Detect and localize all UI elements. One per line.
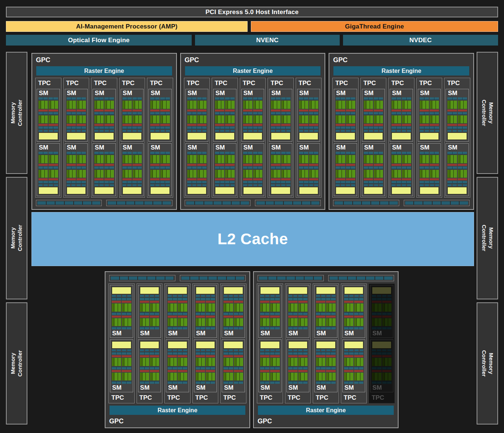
sm-dash-segment [402,184,406,186]
sm-red-bar [346,110,355,111]
green-core-stripe-bright [332,303,336,312]
green-core-stripe-bright [350,303,353,312]
green-core-stripe-bright [221,101,225,109]
teal-bar-segment [187,181,192,183]
green-core-stripe-dark [382,358,384,366]
green-core-stripe-bright [315,115,319,124]
teal-bar-segment [392,181,396,183]
sm-red-bar [372,355,381,357]
sm-teal-bar [402,167,411,169]
sm-dash-segment [201,295,205,297]
sm-teal-bar [132,152,142,154]
teal-bar-segment [117,367,121,369]
sm-dash-row [38,130,58,132]
sm-red-bar [309,164,318,166]
tpc-label: TPC [334,79,357,87]
raster-strip-segment [362,201,370,205]
sm-red-bar [372,316,381,318]
green-core-stripe-bright [370,101,373,109]
sm-red-bar [122,178,132,180]
raster-strip-bar [111,276,174,280]
sm-dash-segment [150,349,154,351]
green-core-stripe-bright [198,303,202,312]
sm-dash-segment [276,349,280,351]
sm-teal-bar [140,312,149,315]
sm-teal-bar [288,352,308,355]
sm-teal-bar [392,152,401,154]
tpc-block-disabled: TPCSMSM [369,283,395,403]
sm-core-columns [288,355,308,384]
sm-red-bar [104,110,114,111]
sm-teal-bar [206,367,215,369]
sm-teal-bar [354,327,363,329]
sm-teal-bar [243,127,263,129]
sm-block: SM [390,143,413,196]
teal-bar-segment [112,298,116,300]
green-core-stripe-bright [291,303,294,312]
teal-bar-segment [253,181,258,183]
sm-content [93,152,115,196]
teal-bar-segment [265,313,269,315]
sm-dash-segment [447,184,451,186]
green-core-stripe-bright [404,170,408,178]
green-core-stripe-bright [167,115,170,124]
teal-bar-segment [276,127,280,129]
sm-content [315,285,337,329]
raster-strip-segment [414,201,423,205]
sm-red-bar [243,124,252,126]
sm-yellow-block [168,287,187,294]
raster-strip-segment [330,276,338,280]
green-core-stripe-dark [354,358,356,366]
raster-strip-segment [311,201,320,205]
green-core-stripe-bright [125,155,128,163]
green-core-stripe-bright [41,155,44,163]
sm-dash-segment [392,130,396,132]
green-core-stripe-bright [193,101,196,109]
sm-yellow-block [112,287,131,294]
teal-bar-segment [137,97,142,100]
sm-dash-segment [293,295,298,297]
sm-core-columns [215,152,235,180]
teal-bar-segment [354,298,359,300]
sm-teal-bar [197,167,206,169]
sm-core-columns [447,152,467,180]
teal-bar-segment [309,112,313,114]
green-core-stripe-bright [273,318,276,326]
sm-red-bar [382,370,392,372]
sm-teal-bar [215,112,224,115]
teal-bar-segment [150,367,154,369]
green-core-stripe-dark [104,115,107,124]
teal-bar-segment [326,313,330,315]
sm-red-bar [197,124,206,126]
sm-green-core-block [67,115,76,124]
sm-block: SM [269,89,292,142]
sm-label: SM [370,384,393,392]
green-core-stripe-bright [153,101,156,109]
sm-core-column [224,301,233,329]
sm-content [65,97,88,141]
sm-teal-bar [447,167,457,169]
teal-bar-segment [122,167,127,169]
sm-teal-bar [344,381,353,384]
sm-teal-bar [420,97,429,100]
teal-bar-segment [182,352,187,355]
green-core-stripe-bright [370,115,373,124]
green-core-stripe-bright [198,318,202,326]
sm-red-bar [420,124,429,126]
teal-bar-segment [201,298,205,300]
teal-bar-segment [76,127,81,129]
sm-dash-row [67,130,86,132]
sm-dash-segment [215,130,219,132]
sm-content [166,285,189,329]
sm-dash-segment [183,295,187,297]
sm-core-column [197,152,206,180]
sm-teal-bar [271,181,290,184]
teal-bar-segment [109,181,114,183]
sm-red-bar [458,124,467,126]
sm-teal-bar [122,312,131,315]
raster-strip-segment [259,276,268,280]
sm-red-bar [326,316,335,318]
teal-bar-segment [196,352,200,355]
green-core-stripe-bright [170,358,174,366]
sm-teal-bar [270,381,279,384]
